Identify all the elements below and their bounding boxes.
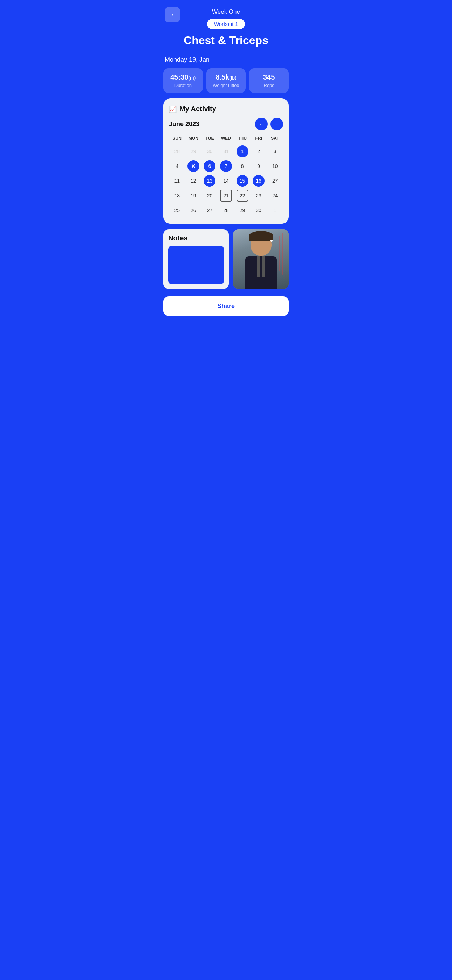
person-body <box>245 256 277 289</box>
calendar-day-1[interactable]: 29 <box>185 145 202 158</box>
workout-date: Monday 19, Jan <box>158 52 294 68</box>
day-header-sun: SUN <box>169 135 185 142</box>
calendar-day-22[interactable]: 19 <box>185 189 202 203</box>
strap-right <box>263 256 265 277</box>
calendar-day-31[interactable]: 28 <box>218 203 234 217</box>
trend-icon: 📈 <box>169 105 177 113</box>
workout-name: Chest & Triceps <box>184 34 268 47</box>
back-button[interactable]: ‹ <box>165 7 180 22</box>
stat-weight: 8.5k(lb) Weight Lifted <box>206 68 246 93</box>
person-silhouette <box>244 233 279 289</box>
share-section: Share <box>158 296 294 316</box>
day-header-fri: FRI <box>250 135 267 142</box>
calendar-day-21[interactable]: 18 <box>169 189 185 203</box>
notes-card: Notes <box>163 229 229 289</box>
calendar-day-16[interactable]: 13 <box>202 174 218 188</box>
chevron-left-icon: ‹ <box>171 11 173 19</box>
calendar-day-8[interactable]: ✕ <box>185 159 202 173</box>
duration-value: 45:30(m) <box>170 73 196 81</box>
calendar-day-3[interactable]: 31 <box>218 145 234 158</box>
calendar-day-33[interactable]: 30 <box>250 203 267 217</box>
calendar-day-26[interactable]: 23 <box>250 189 267 203</box>
calendar-day-32[interactable]: 29 <box>234 203 250 217</box>
calendar-day-24[interactable]: 21 <box>218 189 234 203</box>
calendar-day-0[interactable]: 28 <box>169 145 185 158</box>
calendar-day-30[interactable]: 27 <box>202 203 218 217</box>
calendar-header: June 2023 ← → <box>169 118 283 130</box>
calendar-day-10[interactable]: 7 <box>218 159 234 173</box>
calendar-day-7[interactable]: 4 <box>169 159 185 173</box>
calendar-day-6[interactable]: 3 <box>267 145 283 158</box>
day-header-sat: SAT <box>267 135 283 142</box>
calendar-day-5[interactable]: 2 <box>250 145 267 158</box>
calendar-nav: ← → <box>255 118 283 130</box>
calendar-day-20[interactable]: 27 <box>267 174 283 188</box>
stat-reps: 345 Reps <box>249 68 289 93</box>
person-earphone <box>271 240 272 242</box>
calendar-day-15[interactable]: 12 <box>185 174 202 188</box>
calendar-month: June 2023 <box>169 121 199 128</box>
calendar-day-28[interactable]: 25 <box>169 203 185 217</box>
calendar-day-19[interactable]: 16 <box>250 174 267 188</box>
calendar-day-12[interactable]: 9 <box>250 159 267 173</box>
person-hair <box>249 231 273 242</box>
calendar-next-button[interactable]: → <box>271 118 283 130</box>
bottom-section: Notes <box>158 229 294 289</box>
duration-label: Duration <box>175 83 192 88</box>
share-button[interactable]: Share <box>163 296 289 316</box>
header: ‹ Week One Workout 1 Chest & Triceps <box>158 0 294 52</box>
calendar-day-27[interactable]: 24 <box>267 189 283 203</box>
activity-card: 📈 My Activity June 2023 ← → SUN MON TUE … <box>163 99 289 224</box>
calendar-body: 282930311234✕678910111213141516271819202… <box>169 145 283 217</box>
notes-content[interactable] <box>168 246 224 284</box>
person-head <box>250 233 272 256</box>
day-header-tue: TUE <box>202 135 218 142</box>
calendar-day-13[interactable]: 10 <box>267 159 283 173</box>
calendar-day-25[interactable]: 22 <box>234 189 250 203</box>
calendar-day-23[interactable]: 20 <box>202 189 218 203</box>
strap-left <box>257 256 259 277</box>
weight-unit: (lb) <box>229 75 236 81</box>
day-header-thu: THU <box>234 135 250 142</box>
app-container: ‹ Week One Workout 1 Chest & Triceps Mon… <box>158 0 294 980</box>
activity-header: 📈 My Activity <box>169 105 283 113</box>
gym-photo <box>233 229 289 289</box>
calendar-prev-button[interactable]: ← <box>255 118 268 130</box>
weight-label: Weight Lifted <box>213 83 239 88</box>
day-header-mon: MON <box>185 135 202 142</box>
calendar-day-11[interactable]: 8 <box>234 159 250 173</box>
day-header-wed: WED <box>218 135 234 142</box>
calendar-day-9[interactable]: 6 <box>202 159 218 173</box>
duration-unit: (m) <box>188 75 196 81</box>
calendar-day-29[interactable]: 26 <box>185 203 202 217</box>
calendar-day-18[interactable]: 15 <box>234 174 250 188</box>
calendar-day-17[interactable]: 14 <box>218 174 234 188</box>
calendar-day-2[interactable]: 30 <box>202 145 218 158</box>
calendar-days-header: SUN MON TUE WED THU FRI SAT <box>169 135 283 142</box>
activity-title: My Activity <box>180 105 216 113</box>
reps-label: Reps <box>264 83 274 88</box>
calendar-day-4[interactable]: 1 <box>234 145 250 158</box>
week-title: Week One <box>212 8 240 16</box>
calendar-day-14[interactable]: 11 <box>169 174 185 188</box>
weight-value: 8.5k(lb) <box>215 73 236 81</box>
calendar-grid: SUN MON TUE WED THU FRI SAT 282930311234… <box>169 135 283 217</box>
notes-title: Notes <box>168 234 224 242</box>
reps-value: 345 <box>263 73 275 81</box>
gym-photo-card <box>233 229 289 289</box>
stats-row: 45:30(m) Duration 8.5k(lb) Weight Lifted… <box>158 68 294 93</box>
workout-badge: Workout 1 <box>207 19 245 29</box>
calendar-day-34[interactable]: 1 <box>267 203 283 217</box>
stat-duration: 45:30(m) Duration <box>163 68 203 93</box>
